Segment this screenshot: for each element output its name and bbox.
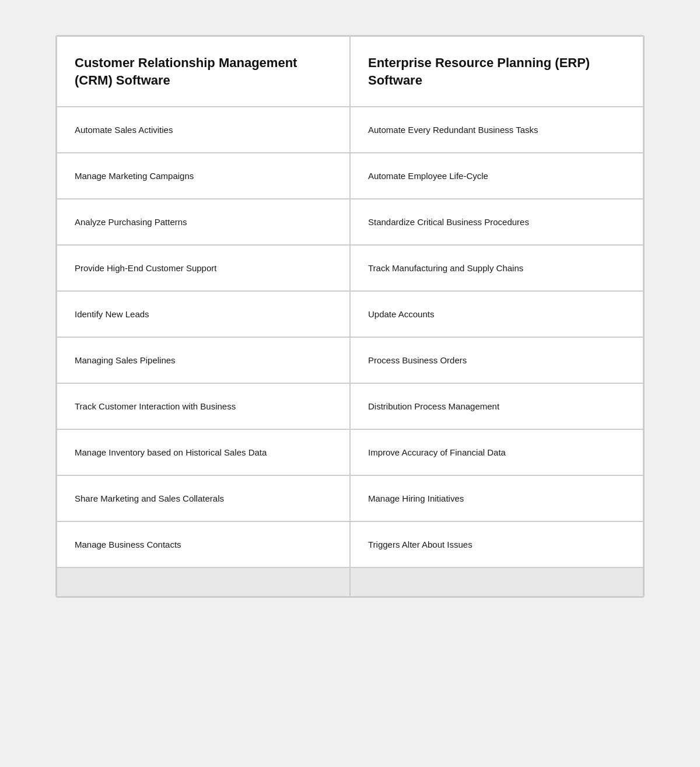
crm-item-2: Manage Marketing Campaigns [57,153,350,199]
erp-item-4-text: Track Manufacturing and Supply Chains [368,262,523,274]
crm-item-7-text: Track Customer Interaction with Business [75,400,236,412]
erp-item-4: Track Manufacturing and Supply Chains [350,245,643,291]
crm-item-9: Share Marketing and Sales Collaterals [57,475,350,521]
erp-item-9-text: Manage Hiring Initiatives [368,492,464,505]
footer-left [57,568,350,597]
footer-right [350,568,643,597]
crm-item-2-text: Manage Marketing Campaigns [75,170,194,182]
erp-header-cell: Enterprise Resource Planning (ERP) Softw… [350,36,643,107]
erp-item-7-text: Distribution Process Management [368,400,499,412]
erp-item-10: Triggers Alter About Issues [350,521,643,568]
crm-item-7: Track Customer Interaction with Business [57,383,350,429]
crm-item-10-text: Manage Business Contacts [75,538,181,551]
crm-item-3: Analyze Purchasing Patterns [57,199,350,245]
crm-item-5: Identify New Leads [57,291,350,337]
erp-item-3-text: Standardize Critical Business Procedures [368,216,529,228]
erp-item-5: Update Accounts [350,291,643,337]
crm-item-1: Automate Sales Activities [57,107,350,153]
erp-item-5-text: Update Accounts [368,308,434,320]
erp-item-6-text: Process Business Orders [368,354,467,366]
crm-item-9-text: Share Marketing and Sales Collaterals [75,492,224,505]
erp-item-9: Manage Hiring Initiatives [350,475,643,521]
crm-item-4-text: Provide High-End Customer Support [75,262,216,274]
erp-item-2: Automate Employee Life-Cycle [350,153,643,199]
erp-item-3: Standardize Critical Business Procedures [350,199,643,245]
main-container: Customer Relationship Management (CRM) S… [55,35,645,598]
crm-header-title: Customer Relationship Management (CRM) S… [75,54,332,89]
erp-header-title: Enterprise Resource Planning (ERP) Softw… [368,54,625,89]
crm-item-8-text: Manage Inventory based on Historical Sal… [75,446,267,458]
comparison-grid: Customer Relationship Management (CRM) S… [57,36,643,568]
erp-item-2-text: Automate Employee Life-Cycle [368,170,488,182]
crm-item-1-text: Automate Sales Activities [75,124,173,136]
erp-item-1: Automate Every Redundant Business Tasks [350,107,643,153]
crm-item-3-text: Analyze Purchasing Patterns [75,216,187,228]
crm-item-10: Manage Business Contacts [57,521,350,568]
erp-item-1-text: Automate Every Redundant Business Tasks [368,124,538,136]
crm-header-cell: Customer Relationship Management (CRM) S… [57,36,350,107]
crm-item-5-text: Identify New Leads [75,308,149,320]
erp-item-6: Process Business Orders [350,337,643,383]
erp-item-10-text: Triggers Alter About Issues [368,538,473,551]
crm-item-6: Managing Sales Pipelines [57,337,350,383]
erp-item-8-text: Improve Accuracy of Financial Data [368,446,506,458]
crm-item-8: Manage Inventory based on Historical Sal… [57,429,350,475]
erp-item-7: Distribution Process Management [350,383,643,429]
crm-item-4: Provide High-End Customer Support [57,245,350,291]
crm-item-6-text: Managing Sales Pipelines [75,354,176,366]
footer-row [57,568,643,597]
erp-item-8: Improve Accuracy of Financial Data [350,429,643,475]
